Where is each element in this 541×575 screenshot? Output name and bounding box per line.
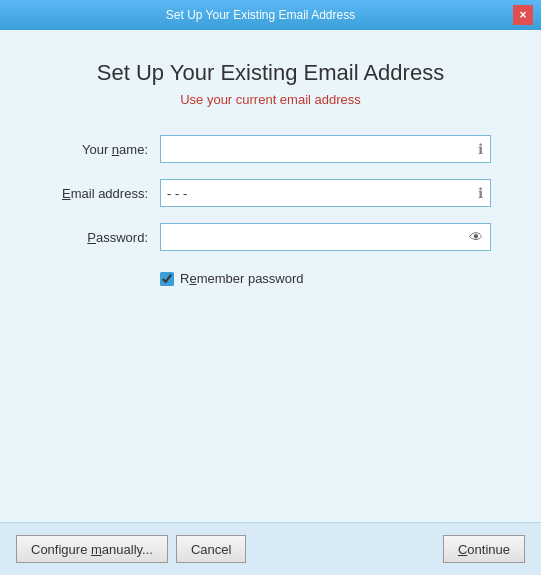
- password-input[interactable]: [160, 223, 491, 251]
- email-input[interactable]: [160, 179, 491, 207]
- footer-right: Continue: [443, 535, 525, 563]
- name-input[interactable]: [160, 135, 491, 163]
- email-row: Email address: ℹ: [50, 179, 491, 207]
- password-toggle-icon[interactable]: 👁: [469, 229, 483, 245]
- name-row: Your name: ℹ: [50, 135, 491, 163]
- name-label: Your name:: [50, 142, 160, 157]
- remember-password-checkbox[interactable]: [160, 272, 174, 286]
- continue-button[interactable]: Continue: [443, 535, 525, 563]
- dialog-body: Set Up Your Existing Email Address Use y…: [0, 30, 541, 575]
- close-button[interactable]: ×: [513, 5, 533, 25]
- footer-left: Configure manually... Cancel: [16, 535, 246, 563]
- remember-password-label[interactable]: Remember password: [180, 271, 304, 286]
- dialog-footer: Configure manually... Cancel Continue: [0, 522, 541, 575]
- configure-manually-button[interactable]: Configure manually...: [16, 535, 168, 563]
- title-bar: Set Up Your Existing Email Address ×: [0, 0, 541, 30]
- password-row: Password: 👁: [50, 223, 491, 251]
- email-input-wrapper: ℹ: [160, 179, 491, 207]
- password-input-wrapper: 👁: [160, 223, 491, 251]
- cancel-button[interactable]: Cancel: [176, 535, 246, 563]
- password-label: Password:: [50, 230, 160, 245]
- dialog-title: Set Up Your Existing Email Address: [50, 60, 491, 86]
- title-bar-text: Set Up Your Existing Email Address: [8, 8, 513, 22]
- name-input-wrapper: ℹ: [160, 135, 491, 163]
- remember-password-row: Remember password: [160, 271, 491, 286]
- dialog-subtitle: Use your current email address: [50, 92, 491, 107]
- email-label: Email address:: [50, 186, 160, 201]
- dialog-content: Set Up Your Existing Email Address Use y…: [0, 30, 541, 522]
